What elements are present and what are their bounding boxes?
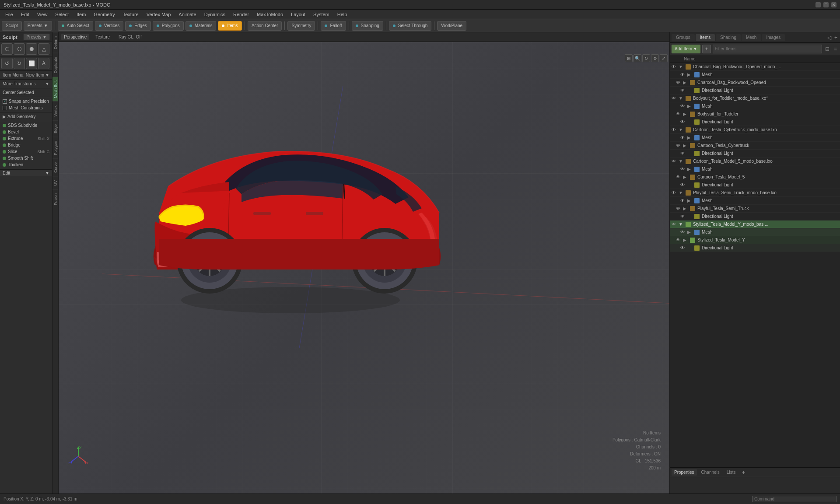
eye-icon[interactable]: 👁 [680,214,686,219]
eye-icon[interactable]: 👁 [676,143,682,148]
expand-icon[interactable]: ▼ [679,64,685,69]
vp-tab-raygl[interactable]: Ray GL: Off [116,34,144,40]
close-button[interactable]: ✕ [831,2,836,7]
eye-icon[interactable]: 👁 [676,175,682,179]
snapping-button[interactable]: Snapping [352,21,383,31]
snaps-precision-row[interactable]: ✓ Snaps and Precision [0,98,52,105]
eye-icon[interactable]: 👁 [680,88,686,93]
filter-items-input[interactable] [713,45,822,53]
command-input[interactable] [752,496,836,502]
tab-images[interactable]: Images [762,34,785,41]
expand-icon[interactable]: ▶ [687,104,693,108]
center-selected-btn[interactable]: Center Selected [0,89,52,96]
list-item[interactable]: 👁 ▼ Bodysuit_for_Toddler_modo_base.lxo* [670,94,840,102]
rb-tab-add[interactable]: + [740,468,747,477]
expand-icon[interactable]: ▶ [683,80,689,85]
list-item[interactable]: 👁 ▶ Cartoon_Tesla_Model_5 [670,173,840,181]
vtab-edge[interactable]: Edge [52,120,58,137]
eye-icon[interactable]: 👁 [680,245,686,250]
eye-icon[interactable]: 👁 [672,159,678,164]
expand-icon[interactable]: ▶ [687,72,693,77]
vtab-uv[interactable]: UV [52,176,58,189]
vtab-duplicate[interactable]: Duplicate [52,53,58,77]
list-item[interactable]: 👁 Directional Light [670,213,840,220]
vtab-deform[interactable]: Deform [52,32,58,53]
eye-icon[interactable]: 👁 [672,64,678,69]
expand-icon[interactable]: ▶ [683,206,689,211]
list-item[interactable]: 👁 Directional Light [670,87,840,94]
falloff-button[interactable]: Falloff [321,21,346,31]
filter-icon[interactable]: ⊟ [824,45,831,53]
tab-mesh[interactable]: Mesh [742,34,761,41]
list-item[interactable]: 👁 ▶ Mesh [670,197,840,205]
sculpt-button[interactable]: Sculpt [2,21,22,31]
vp-icon-zoom[interactable]: 🔍 [634,54,641,62]
list-item-selected[interactable]: 👁 ▼ Stylized_Tesla_Model_Y_modo_bas ... [670,220,840,228]
vp-tab-perspective[interactable]: Perspective [61,34,89,40]
list-item[interactable]: 👁 ▶ Mesh [670,228,840,236]
tool-sphere-icon[interactable]: ⬡ [1,43,13,55]
eye-icon[interactable]: 👁 [672,190,678,195]
items-button[interactable]: Items [218,21,242,31]
eye-icon[interactable]: 👁 [676,238,682,242]
tab-shading[interactable]: Shading [716,34,741,41]
add-item-button[interactable]: Add Item ▼ [672,45,700,53]
list-item[interactable]: 👁 ▼ Playful_Tesla_Semi_Truck_modo_base.l… [670,189,840,197]
window-controls[interactable]: — □ ✕ [816,2,836,7]
menu-layout[interactable]: Layout [287,11,309,18]
list-item[interactable]: 👁 ▶ Mesh [670,165,840,173]
menu-item[interactable]: Item [73,11,89,18]
menu-help[interactable]: Help [334,11,351,18]
tool-scale-icon[interactable]: ⬢ [26,43,37,55]
eye-icon[interactable]: 👁 [680,151,686,156]
tool-redo-icon[interactable]: ↻ [14,58,25,69]
list-item[interactable]: 👁 Directional Light [670,150,840,158]
thicken-btn[interactable]: Thicken [0,161,52,168]
eye-icon[interactable]: 👁 [680,104,686,108]
expand-icon[interactable]: ▼ [679,127,685,132]
expand-icon[interactable]: ▶ [683,143,689,148]
snaps-checkbox[interactable]: ✓ [3,99,7,104]
expand-icon[interactable]: ▼ [679,96,685,101]
list-item[interactable]: 👁 ▼ Cartoon_Tesla_Model_5_modo_base.lxo [670,158,840,165]
menu-geometry[interactable]: Geometry [90,11,118,18]
vtab-vertex[interactable]: Vertex [52,102,58,120]
expand-icon[interactable]: ▶ [683,175,689,179]
list-item[interactable]: 👁 ▶ Bodysuit_for_Toddler [670,110,840,118]
expand-icon[interactable]: ▶ [683,238,689,242]
presets-button[interactable]: Presets ▼ [24,21,52,31]
bevel-btn[interactable]: Bevel [0,129,52,135]
list-item[interactable]: 👁 Directional Light [670,118,840,126]
expand-icon[interactable]: ▶ [687,135,693,140]
sds-subdivide-btn[interactable]: SDS Subdivide [0,122,52,129]
eye-icon[interactable]: 👁 [680,167,686,172]
vp-icon-expand[interactable]: ⤢ [660,54,668,62]
list-item[interactable]: 👁 ▶ Mesh [670,102,840,110]
items-tool-plus[interactable]: + [702,45,711,53]
tool-undo-icon[interactable]: ↺ [1,58,13,69]
workplane-button[interactable]: WorkPlane [437,21,466,31]
vertices-button[interactable]: Vertices [95,21,124,31]
mesh-constraints-row[interactable]: Mesh Constraints [0,105,52,111]
tool-text-icon[interactable]: A [38,58,49,69]
expand-icon[interactable]: ▼ [679,222,685,227]
eye-icon[interactable]: 👁 [672,96,678,101]
expand-icon[interactable]: ▼ [679,190,685,195]
expand-icon[interactable]: ▶ [687,198,693,203]
list-item[interactable]: 👁 ▶ Stylized_Tesla_Model_Y [670,236,840,244]
menu-vertex-map[interactable]: Vertex Map [143,11,175,18]
materials-button[interactable]: Materials [186,21,217,31]
expand-icon[interactable]: ▶ [687,167,693,172]
list-item[interactable]: 👁 Directional Light [670,181,840,189]
slice-btn[interactable]: Slice Shift-C [0,148,52,155]
rb-tab-lists[interactable]: Lists [724,469,738,476]
tab-groups[interactable]: Groups [672,34,695,41]
menu-select[interactable]: Select [52,11,72,18]
symmetry-button[interactable]: Symmetry [287,21,315,31]
eye-icon[interactable]: 👁 [676,80,682,85]
eye-icon[interactable]: 👁 [680,230,686,234]
list-item[interactable]: 👁 ▼ Charcoal_Bag_Rockwood_Opened_modo_..… [670,63,840,71]
expand-icon[interactable]: ▼ [679,159,685,164]
add-geometry-header[interactable]: ▶ Add Geometry [0,113,52,120]
menu-dynamics[interactable]: Dynamics [201,11,229,18]
